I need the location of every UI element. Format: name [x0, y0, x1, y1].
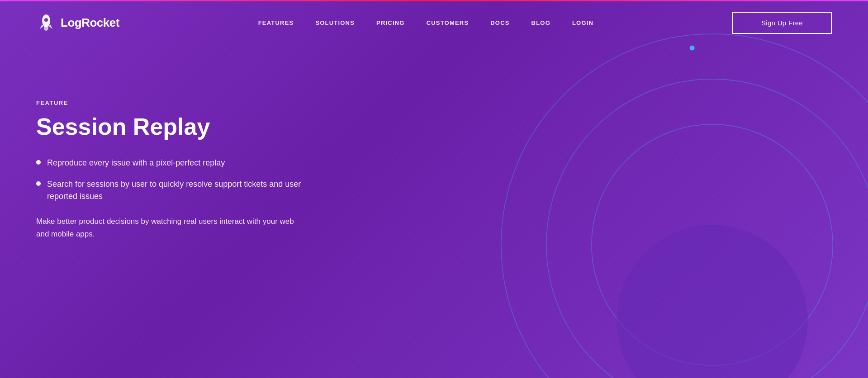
bg-decoration: [461, 0, 868, 378]
bullet-item-1: Reproduce every issue with a pixel-perfe…: [36, 157, 308, 169]
logo-area: LogRocket: [36, 13, 119, 33]
svg-marker-6: [40, 24, 43, 29]
bullet-text-2: Search for sessions by user to quickly r…: [47, 178, 308, 203]
navbar: LogRocket FEATURES SOLUTIONS PRICING CUS…: [0, 0, 868, 45]
nav-blog[interactable]: BLOG: [531, 19, 550, 26]
svg-point-8: [44, 24, 48, 31]
nav-pricing[interactable]: PRICING: [376, 19, 405, 26]
logrocket-logo-icon: [36, 13, 56, 33]
nav-solutions[interactable]: SOLUTIONS: [315, 19, 355, 26]
nav-links: FEATURES SOLUTIONS PRICING CUSTOMERS DOC…: [258, 19, 593, 26]
nav-login[interactable]: LOGIN: [572, 19, 593, 26]
nav-docs[interactable]: DOCS: [490, 19, 509, 26]
svg-marker-7: [49, 24, 52, 29]
hero-bullets: Reproduce every issue with a pixel-perfe…: [36, 157, 308, 203]
svg-point-4: [690, 45, 695, 50]
nav-customers[interactable]: CUSTOMERS: [427, 19, 469, 26]
hero-title: Session Replay: [36, 113, 308, 141]
svg-point-0: [501, 34, 868, 378]
bullet-item-2: Search for sessions by user to quickly r…: [36, 178, 308, 203]
svg-point-2: [592, 124, 833, 365]
hero-section: FEATURE Session Replay Reproduce every i…: [0, 45, 344, 241]
nav-features[interactable]: FEATURES: [258, 19, 294, 26]
bullet-dot-2: [36, 181, 41, 186]
svg-point-3: [617, 225, 807, 378]
page-wrapper: LogRocket FEATURES SOLUTIONS PRICING CUS…: [0, 0, 868, 378]
bullet-dot-1: [36, 160, 41, 165]
svg-point-9: [44, 18, 48, 22]
svg-point-1: [546, 79, 868, 378]
bullet-text-1: Reproduce every issue with a pixel-perfe…: [47, 157, 225, 169]
feature-label: FEATURE: [36, 99, 308, 106]
navbar-cta: Sign Up Free: [732, 12, 832, 34]
signup-button[interactable]: Sign Up Free: [732, 12, 832, 34]
logo-text: LogRocket: [61, 16, 119, 30]
hero-description: Make better product decisions by watchin…: [36, 215, 308, 241]
